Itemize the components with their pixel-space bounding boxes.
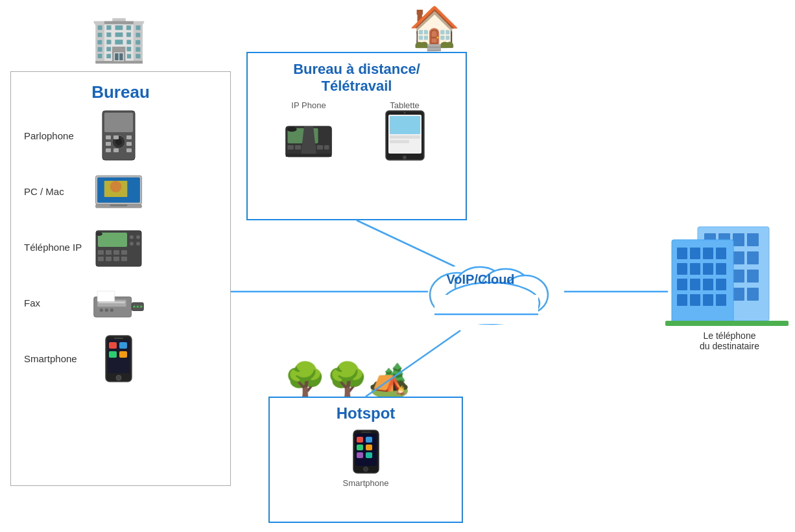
svg-point-39 (110, 308, 113, 312)
svg-rect-10 (126, 142, 132, 146)
svg-rect-35 (99, 301, 125, 303)
smartphone-label: Smartphone (24, 353, 82, 364)
svg-rect-49 (119, 342, 127, 349)
svg-rect-59 (324, 145, 329, 150)
svg-point-38 (105, 308, 108, 312)
svg-rect-67 (390, 116, 420, 134)
svg-rect-50 (109, 351, 117, 358)
remote-office-box: Bureau à distance/ Télétravail IP Phone (246, 52, 467, 220)
svg-rect-121 (716, 279, 726, 290)
svg-rect-115 (690, 263, 700, 275)
hotspot-smartphone-icon (340, 429, 392, 474)
svg-rect-74 (357, 437, 363, 443)
telip-icon (93, 224, 145, 270)
svg-rect-112 (703, 248, 713, 259)
svg-point-20 (130, 235, 134, 239)
svg-rect-116 (703, 263, 713, 275)
svg-rect-28 (98, 257, 104, 261)
list-item: Smartphone (11, 330, 230, 386)
svg-rect-73 (361, 432, 371, 433)
svg-point-3 (115, 139, 122, 145)
svg-rect-55 (295, 145, 301, 150)
pc-icon (93, 168, 145, 214)
svg-rect-48 (109, 342, 117, 349)
svg-rect-9 (126, 135, 132, 139)
svg-rect-47 (114, 338, 123, 339)
remote-item-ipphone: IP Phone (283, 100, 335, 158)
svg-point-32 (96, 232, 102, 236)
svg-rect-100 (747, 251, 759, 264)
hotspot-box: Hotspot Smartphone (268, 397, 463, 523)
svg-point-22 (136, 235, 140, 239)
svg-rect-90 (434, 295, 538, 324)
svg-marker-61 (286, 154, 332, 157)
svg-rect-29 (106, 257, 112, 261)
svg-rect-119 (690, 279, 700, 290)
svg-rect-17 (110, 204, 128, 206)
trees-icon: 🌳🌳🏕️ (284, 360, 410, 400)
svg-rect-96 (747, 233, 759, 246)
bureau-box: Bureau Parlophone PC / Mac (10, 71, 231, 486)
svg-rect-1 (104, 113, 133, 132)
list-item: Parlophone (11, 108, 230, 163)
svg-rect-75 (366, 437, 372, 443)
svg-point-23 (136, 242, 140, 246)
svg-rect-108 (747, 288, 759, 301)
svg-point-37 (100, 308, 103, 312)
svg-rect-99 (733, 251, 744, 264)
svg-point-65 (403, 156, 407, 159)
svg-rect-11 (126, 148, 132, 152)
list-item: Téléphone IP (11, 219, 230, 275)
svg-rect-27 (121, 250, 127, 255)
svg-rect-77 (366, 445, 372, 450)
svg-rect-114 (677, 263, 687, 275)
svg-rect-113 (716, 248, 726, 259)
svg-rect-19 (98, 233, 127, 247)
svg-rect-117 (716, 263, 726, 275)
remote-title: Bureau à distance/ Télétravail (248, 53, 466, 95)
svg-rect-6 (106, 148, 111, 152)
svg-rect-51 (119, 351, 127, 358)
svg-rect-122 (677, 294, 687, 306)
hotspot-title: Hotspot (270, 398, 462, 422)
list-item: Fax (11, 275, 230, 330)
house-icon: 🏠 (409, 4, 460, 52)
svg-point-84 (433, 259, 549, 324)
svg-point-41 (133, 305, 136, 308)
svg-point-60 (287, 127, 297, 132)
svg-rect-58 (317, 145, 323, 150)
ipphone-label: IP Phone (291, 100, 326, 110)
voip-label: VoIP/Cloud (420, 272, 541, 287)
tablette-icon (379, 113, 431, 158)
svg-point-15 (110, 181, 122, 192)
svg-rect-110 (677, 248, 687, 259)
svg-rect-123 (690, 294, 700, 306)
svg-point-43 (140, 305, 143, 308)
hotspot-smartphone-label: Smartphone (343, 478, 389, 488)
remote-item-tablette: Tablette (379, 100, 431, 158)
svg-point-42 (137, 305, 139, 308)
svg-rect-103 (733, 270, 744, 283)
fax-icon (93, 280, 145, 325)
svg-rect-104 (747, 270, 759, 283)
svg-rect-118 (677, 279, 687, 290)
smartphone-bureau-icon (93, 336, 145, 381)
ipphone-icon (283, 113, 335, 158)
svg-point-66 (403, 111, 405, 113)
svg-point-89 (442, 283, 540, 324)
remote-items: IP Phone (248, 95, 466, 163)
bureau-title: Bureau (11, 72, 230, 108)
hotspot-items: Smartphone (270, 422, 462, 494)
svg-rect-78 (357, 452, 363, 458)
svg-rect-7 (113, 135, 119, 139)
destination-label: Le téléphone du destinataire (674, 330, 785, 351)
svg-rect-68 (390, 135, 420, 139)
destination-building (665, 214, 789, 327)
dest-building-icon (665, 214, 789, 327)
svg-rect-126 (665, 321, 789, 326)
svg-line-81 (357, 220, 467, 272)
list-item: PC / Mac (11, 163, 230, 219)
fax-label: Fax (24, 297, 82, 308)
svg-rect-95 (733, 233, 744, 246)
svg-rect-8 (113, 148, 119, 152)
